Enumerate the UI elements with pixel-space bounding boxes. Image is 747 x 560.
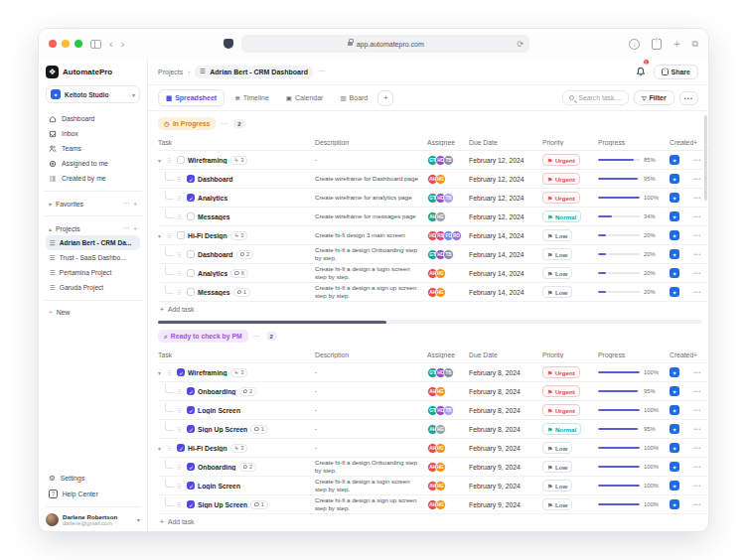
comment-count-badge[interactable]: 2	[236, 250, 254, 259]
browser-share-icon[interactable]	[652, 39, 662, 50]
task-checkbox[interactable]	[187, 406, 195, 414]
comment-count-badge[interactable]: 1	[250, 500, 268, 509]
due-date-cell[interactable]: February 12, 2024	[469, 157, 542, 164]
subtask-count-badge[interactable]: ↳3	[230, 231, 248, 240]
row-more-icon[interactable]: •••	[693, 289, 701, 295]
sidebar-item-teams[interactable]: Teams	[46, 141, 140, 156]
row-more-icon[interactable]: •••	[693, 195, 701, 201]
workspace-selector[interactable]: ✦ Keitoto Studio ▾	[46, 85, 140, 103]
task-cell[interactable]: ⠿ Onboarding 2	[158, 463, 315, 472]
vertical-scrollbar[interactable]	[704, 115, 707, 201]
task-cell[interactable]: ⠿ Dashboard 2	[158, 250, 315, 259]
row-actions-cell[interactable]: •••	[693, 213, 708, 219]
task-checkbox[interactable]	[187, 482, 195, 490]
assignee-cell[interactable]: HDRSFCRO	[427, 230, 469, 241]
row-actions-cell[interactable]: •••	[693, 232, 708, 238]
assignee-cell[interactable]: AHHG	[427, 386, 469, 397]
sidebar-item-dashboard[interactable]: Dashboard	[46, 111, 140, 126]
row-actions-cell[interactable]: •••	[693, 426, 708, 432]
row-more-icon[interactable]: •••	[693, 464, 701, 470]
due-date-cell[interactable]: February 9, 2024	[469, 464, 542, 471]
row-more-icon[interactable]: •••	[693, 388, 701, 394]
view-more-button[interactable]: •••	[679, 91, 698, 105]
zoom-window-button[interactable]	[75, 40, 82, 48]
breadcrumb-current[interactable]: ☰ Adrian Bert - CRM Dashboard	[195, 66, 313, 78]
assignee-cell[interactable]: AHHG	[427, 174, 469, 185]
tab-calendar[interactable]: ▣ Calendar	[279, 90, 331, 105]
row-actions-cell[interactable]: •••	[693, 464, 708, 470]
row-actions-cell[interactable]: •••	[693, 251, 708, 257]
share-button[interactable]: Share	[654, 65, 698, 79]
priority-cell[interactable]: ⚑ Urgent	[542, 385, 598, 397]
comment-count-badge[interactable]: 6	[230, 269, 248, 278]
due-date-cell[interactable]: February 8, 2024	[469, 388, 542, 395]
sidebar-project-item[interactable]: ☰ Trust - SaaS Dashbo...	[46, 250, 140, 265]
task-cell[interactable]: ▾ ⠿ Hi-Fi Design ↳3	[158, 444, 315, 453]
new-tab-icon[interactable]: +	[673, 39, 679, 50]
sidebar-project-item[interactable]: ☰ Adrian Bert - CRM Da...	[46, 235, 140, 250]
priority-cell[interactable]: ⚑ Low	[542, 498, 598, 510]
task-checkbox[interactable]	[187, 194, 195, 202]
assignee-cell[interactable]: GTHCTB	[427, 193, 469, 204]
row-actions-cell[interactable]: •••	[693, 388, 708, 394]
task-checkbox[interactable]	[177, 368, 185, 376]
drag-handle-icon[interactable]: ⠿	[177, 251, 184, 258]
tab-timeline[interactable]: ≣ Timeline	[227, 90, 276, 105]
due-date-cell[interactable]: February 9, 2024	[469, 483, 542, 490]
row-more-icon[interactable]: •••	[693, 176, 701, 182]
drag-handle-icon[interactable]: ⠿	[177, 176, 184, 183]
subtask-count-badge[interactable]: ↳3	[230, 444, 248, 453]
add-task-button[interactable]: + Add task	[158, 514, 708, 529]
due-date-cell[interactable]: February 9, 2024	[469, 501, 542, 508]
drag-handle-icon[interactable]: ⠿	[167, 232, 174, 239]
task-checkbox[interactable]	[187, 500, 195, 508]
assignee-cell[interactable]: AHHG	[427, 287, 469, 298]
notifications-button[interactable]: 1	[636, 63, 646, 80]
priority-cell[interactable]: ⚑ Urgent	[542, 192, 598, 204]
tab-overview-icon[interactable]: ⧉	[692, 40, 698, 49]
tab-board[interactable]: ▥ Board	[333, 90, 374, 105]
projects-add-icon[interactable]: +	[133, 225, 137, 232]
due-date-cell[interactable]: February 12, 2024	[469, 195, 542, 202]
drag-handle-icon[interactable]: ⠿	[177, 289, 184, 296]
task-checkbox[interactable]	[187, 212, 195, 220]
sidebar-section-favorites[interactable]: ▾ Favorites ⋯ +	[46, 197, 140, 210]
task-checkbox[interactable]	[177, 156, 185, 164]
assignee-cell[interactable]: AHHG	[427, 462, 469, 473]
task-cell[interactable]: ▾ ⠿ Hi-Fi Design ↳3	[158, 231, 315, 240]
priority-cell[interactable]: ⚑ Urgent	[542, 404, 598, 416]
priority-cell[interactable]: ⚑ Low	[542, 286, 598, 298]
subtask-count-badge[interactable]: ↳3	[230, 368, 248, 377]
chevron-down-icon[interactable]: ▾	[158, 157, 164, 164]
priority-cell[interactable]: ⚑ Low	[542, 229, 598, 241]
address-bar[interactable]: app.automatepro.com ⟳	[241, 35, 529, 53]
breadcrumb-root[interactable]: Projects	[158, 69, 183, 75]
row-actions-cell[interactable]: •••	[693, 289, 708, 295]
drag-handle-icon[interactable]: ⠿	[177, 213, 184, 220]
task-cell[interactable]: ⠿ Messages	[158, 212, 315, 220]
due-date-cell[interactable]: February 14, 2024	[469, 251, 542, 258]
sidebar-item-created-by-me[interactable]: Created by me	[46, 171, 140, 186]
group-more-icon[interactable]: ⋯	[221, 120, 228, 128]
due-date-cell[interactable]: February 8, 2024	[469, 426, 542, 433]
drag-handle-icon[interactable]: ⠿	[167, 445, 174, 452]
due-date-cell[interactable]: February 8, 2024	[469, 369, 542, 376]
task-checkbox[interactable]	[187, 425, 195, 433]
task-checkbox[interactable]	[187, 288, 195, 296]
task-checkbox[interactable]	[177, 444, 185, 452]
drag-handle-icon[interactable]: ⠿	[177, 195, 184, 202]
task-cell[interactable]: ⠿ Analytics 6	[158, 269, 315, 278]
due-date-cell[interactable]: February 8, 2024	[469, 407, 542, 414]
priority-cell[interactable]: ⚑ Urgent	[542, 154, 598, 166]
task-checkbox[interactable]	[187, 269, 195, 277]
sidebar-project-item[interactable]: ☰ Garuda Project	[46, 280, 140, 295]
task-checkbox[interactable]	[177, 231, 185, 239]
privacy-shield-icon[interactable]	[224, 39, 233, 49]
drag-handle-icon[interactable]: ⠿	[177, 426, 184, 433]
sidebar-section-projects[interactable]: ▴ Projects ⋯ +	[46, 221, 140, 235]
browser-sidebar-icon[interactable]	[90, 40, 101, 49]
row-more-icon[interactable]: •••	[693, 369, 701, 375]
priority-cell[interactable]: ⚑ Normal	[542, 423, 598, 435]
comment-count-badge[interactable]: 2	[239, 463, 257, 472]
comment-count-badge[interactable]: 1	[250, 425, 268, 434]
